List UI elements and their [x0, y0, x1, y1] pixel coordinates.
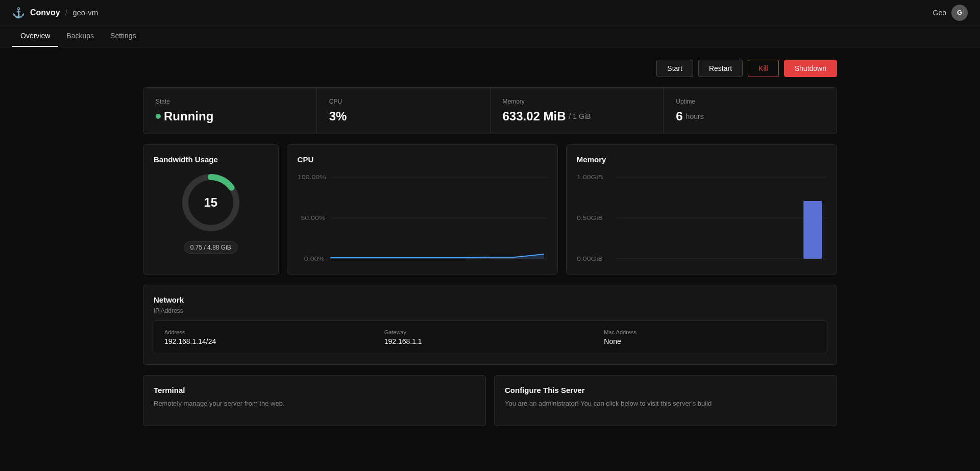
configure-card: Configure This Server You are an adminis… [494, 375, 837, 426]
header-left: ⚓ Convoy / geo-vm [12, 7, 98, 19]
network-subtitle: IP Address [154, 307, 826, 314]
stat-state: State Running [143, 88, 316, 134]
tab-settings[interactable]: Settings [102, 26, 144, 47]
configure-title: Configure This Server [505, 386, 826, 394]
svg-rect-15 [803, 201, 822, 259]
cpu-chart-card: CPU 100.00% 50.00% 0.00% [287, 144, 558, 275]
uptime-unit: hours [686, 112, 704, 120]
stat-memory: Memory 633.02 MiB / 1 GiB [491, 88, 664, 134]
bandwidth-title: Bandwidth Usage [154, 155, 268, 164]
stat-state-label: State [156, 98, 304, 105]
network-address-value: 192.168.1.14/24 [164, 337, 376, 345]
user-name: Geo [933, 9, 946, 17]
cpu-text: 3% [329, 109, 347, 123]
network-gateway-col: Gateway 192.168.1.1 [384, 329, 596, 345]
kill-button[interactable]: Kill [748, 60, 779, 77]
svg-marker-8 [330, 254, 544, 259]
running-dot [156, 114, 161, 119]
network-mac-label: Mac Address [604, 329, 816, 335]
vm-name: geo-vm [72, 8, 98, 17]
chart-cards: Bandwidth Usage 15 0.75 / 4.88 GiB CPU [143, 144, 837, 275]
configure-desc: You are an administrator! You can click … [505, 399, 826, 409]
action-bar: Start Restart Kill Shutdown [143, 60, 837, 77]
network-gateway-label: Gateway [384, 329, 596, 335]
bandwidth-card: Bandwidth Usage 15 0.75 / 4.88 GiB [143, 144, 279, 275]
stat-cpu-value: 3% [329, 109, 478, 123]
start-button[interactable]: Start [656, 60, 693, 77]
svg-text:50.00%: 50.00% [301, 215, 325, 221]
terminal-card: Terminal Remotely manage your server fro… [143, 375, 486, 426]
logo-icon: ⚓ [12, 7, 25, 19]
header: ⚓ Convoy / geo-vm Geo G [0, 0, 980, 26]
donut-wrapper: 15 [180, 172, 241, 233]
cpu-chart-title: CPU [298, 155, 547, 164]
network-gateway-value: 192.168.1.1 [384, 337, 596, 345]
stat-cpu: CPU 3% [317, 88, 490, 134]
memory-text: 633.02 MiB [503, 109, 566, 123]
network-mac-col: Mac Address None [604, 329, 816, 345]
tab-overview[interactable]: Overview [12, 26, 58, 47]
network-title: Network [154, 295, 826, 304]
memory-unit: / 1 GiB [569, 112, 591, 120]
restart-button[interactable]: Restart [698, 60, 743, 77]
memory-chart-svg: 1.00GiB 0.50GiB 0.00GiB [577, 172, 826, 264]
network-address-label: Address [164, 329, 376, 335]
stat-cpu-label: CPU [329, 98, 478, 105]
tab-backups[interactable]: Backups [58, 26, 102, 47]
svg-text:100.00%: 100.00% [298, 174, 326, 180]
stat-memory-label: Memory [503, 98, 651, 105]
terminal-title: Terminal [154, 386, 475, 394]
svg-text:1.00GiB: 1.00GiB [577, 174, 603, 180]
main-content: Start Restart Kill Shutdown State Runnin… [0, 47, 980, 438]
memory-chart-card: Memory 1.00GiB 0.50GiB 0.00GiB [566, 144, 837, 275]
donut-center-value: 15 [204, 195, 217, 210]
state-text: Running [164, 109, 213, 123]
svg-text:0.00GiB: 0.00GiB [577, 256, 603, 262]
network-card: Network IP Address Address 192.168.1.14/… [143, 285, 837, 365]
stat-memory-value: 633.02 MiB / 1 GiB [503, 109, 651, 123]
avatar: G [951, 5, 968, 21]
stat-uptime-value: 6 hours [676, 109, 824, 123]
memory-chart-title: Memory [577, 155, 826, 164]
bottom-cards: Terminal Remotely manage your server fro… [143, 375, 837, 426]
bandwidth-usage-label: 0.75 / 4.88 GiB [184, 241, 238, 254]
svg-text:0.50GiB: 0.50GiB [577, 215, 603, 221]
breadcrumb-sep: / [65, 8, 67, 17]
stat-uptime-label: Uptime [676, 98, 824, 105]
app-name: Convoy [30, 8, 60, 17]
stat-state-value: Running [156, 109, 304, 123]
terminal-desc: Remotely manage your server from the web… [154, 399, 475, 409]
shutdown-button[interactable]: Shutdown [784, 60, 837, 77]
nav-tabs: Overview Backups Settings [0, 26, 980, 47]
header-right: Geo G [933, 5, 968, 21]
svg-text:0.00%: 0.00% [304, 256, 324, 262]
uptime-text: 6 [676, 109, 682, 123]
network-table: Address 192.168.1.14/24 Gateway 192.168.… [154, 320, 826, 354]
memory-chart-container: 1.00GiB 0.50GiB 0.00GiB [577, 172, 826, 264]
stat-cards: State Running CPU 3% Memory 633.02 MiB /… [143, 87, 837, 134]
cpu-chart-container: 100.00% 50.00% 0.00% [298, 172, 547, 264]
stat-uptime: Uptime 6 hours [664, 88, 837, 134]
donut-container: 15 0.75 / 4.88 GiB [154, 172, 268, 254]
cpu-chart-svg: 100.00% 50.00% 0.00% [298, 172, 547, 264]
network-row: Address 192.168.1.14/24 Gateway 192.168.… [164, 329, 816, 345]
network-address-col: Address 192.168.1.14/24 [164, 329, 376, 345]
network-mac-value: None [604, 337, 816, 345]
